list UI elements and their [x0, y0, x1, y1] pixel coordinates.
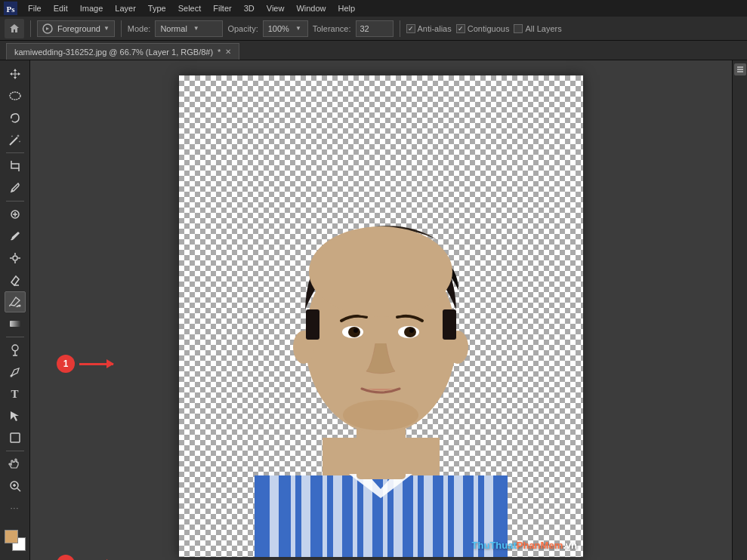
antialias-checkbox[interactable]	[406, 24, 415, 33]
tool-preset-arrow: ▼	[103, 25, 110, 32]
menubar: Ps File Edit Image Layer Type Select Fil…	[0, 0, 747, 17]
menu-edit[interactable]: Edit	[48, 2, 73, 14]
mode-dropdown[interactable]: Normal ▼	[155, 20, 223, 37]
eyedropper-tool[interactable]	[5, 177, 26, 198]
crop-tool[interactable]	[5, 155, 26, 177]
tool-preset-dropdown[interactable]: Foreground ▼	[37, 20, 115, 37]
brush-tool[interactable]	[5, 226, 26, 247]
marquee-tool[interactable]	[5, 85, 26, 106]
move-tool[interactable]	[5, 63, 26, 85]
annotation-arrow-1	[79, 363, 113, 365]
hand-tool[interactable]	[5, 454, 26, 475]
menu-image[interactable]: Image	[75, 2, 109, 14]
healing-tool[interactable]	[5, 204, 26, 225]
svg-point-52	[343, 400, 418, 430]
opacity-arrow: ▼	[295, 25, 301, 32]
menu-type[interactable]: Type	[143, 2, 171, 14]
magic-wand-tool[interactable]	[5, 129, 26, 150]
tool-separator3	[6, 337, 24, 337]
canvas-area[interactable]: ThuThuatPhanMem.vn 1 2	[30, 60, 732, 560]
color-swatches[interactable]	[5, 530, 26, 551]
type-tool[interactable]: T	[5, 383, 26, 405]
annotation-2: 2	[57, 555, 113, 560]
app-logo: Ps	[3, 1, 18, 16]
bottom-tools	[5, 527, 26, 557]
menu-help[interactable]: Help	[333, 2, 361, 14]
menu-window[interactable]: Window	[291, 2, 331, 14]
svg-rect-24	[270, 475, 279, 557]
contiguous-label: Contiguous	[468, 24, 510, 33]
mode-value: Normal	[160, 24, 187, 33]
svg-rect-27	[323, 475, 327, 557]
tool-separator4	[6, 451, 24, 451]
separator3	[400, 20, 400, 37]
shape-tool[interactable]	[5, 427, 26, 448]
menu-3d[interactable]: 3D	[239, 2, 260, 14]
svg-point-16	[10, 375, 12, 377]
svg-rect-37	[474, 475, 478, 557]
tab-modified: *	[218, 48, 221, 57]
pen-tool[interactable]	[5, 362, 26, 383]
svg-rect-26	[301, 475, 310, 557]
contiguous-group[interactable]: Contiguous	[456, 24, 510, 33]
gradient-tool[interactable]	[5, 313, 26, 334]
menu-view[interactable]: View	[261, 2, 290, 14]
tabs-bar: kamiwedding-316252.jpg @ 66.7% (Layer 1,…	[0, 41, 747, 60]
opacity-label: Opacity:	[227, 24, 258, 33]
svg-rect-25	[291, 475, 295, 557]
opacity-value: 100%	[268, 24, 289, 33]
lasso-tool[interactable]	[5, 107, 26, 128]
svg-text:Ps: Ps	[7, 5, 16, 14]
separator	[30, 20, 31, 37]
separator2	[121, 20, 122, 37]
tolerance-input[interactable]: 32	[356, 20, 394, 37]
svg-line-19	[17, 488, 20, 491]
tool-separator2	[6, 201, 24, 202]
svg-rect-54	[737, 69, 743, 70]
svg-point-51	[309, 226, 452, 317]
svg-rect-33	[413, 475, 418, 557]
path-select-tool[interactable]	[5, 405, 26, 426]
eraser-tool[interactable]	[5, 269, 26, 291]
svg-rect-32	[394, 475, 403, 557]
antialias-label: Anti-alias	[418, 24, 452, 33]
clone-stamp-tool[interactable]	[5, 248, 26, 269]
svg-rect-34	[424, 475, 433, 557]
more-tools-button[interactable]: ···	[5, 497, 26, 518]
annotation-1: 1	[57, 355, 113, 373]
svg-point-5	[11, 190, 13, 192]
menu-select[interactable]: Select	[173, 2, 207, 14]
alllayers-group[interactable]: All Layers	[514, 24, 561, 33]
svg-rect-38	[484, 475, 493, 557]
mode-label: Mode:	[128, 24, 151, 33]
antialias-group[interactable]: Anti-alias	[406, 24, 452, 33]
svg-rect-35	[443, 475, 448, 557]
zoom-tool[interactable]	[5, 475, 26, 497]
svg-point-45	[353, 328, 358, 333]
type-icon: T	[11, 388, 18, 401]
svg-point-3	[10, 92, 20, 100]
panel-toggle-1[interactable]	[734, 63, 746, 75]
alllayers-checkbox[interactable]	[514, 24, 523, 33]
dodge-tool[interactable]	[5, 340, 26, 361]
menu-file[interactable]: File	[23, 2, 47, 14]
menu-layer[interactable]: Layer	[110, 2, 141, 14]
tab-close-button[interactable]: ✕	[225, 48, 231, 56]
home-button[interactable]	[5, 19, 24, 38]
canvas-image	[179, 75, 583, 557]
svg-point-46	[409, 328, 414, 333]
opacity-dropdown[interactable]: 100% ▼	[263, 20, 308, 37]
svg-rect-36	[454, 475, 463, 557]
alllayers-label: All Layers	[525, 24, 561, 33]
svg-rect-49	[306, 309, 319, 340]
svg-rect-28	[333, 475, 342, 557]
document-tab[interactable]: kamiwedding-316252.jpg @ 66.7% (Layer 1,…	[6, 43, 239, 60]
options-toolbar: Foreground ▼ Mode: Normal ▼ Opacity: 100…	[0, 17, 747, 41]
paint-bucket-tool[interactable]	[5, 291, 26, 312]
contiguous-checkbox[interactable]	[456, 24, 465, 33]
tolerance-label: Tolerance:	[313, 24, 351, 33]
menu-filter[interactable]: Filter	[208, 2, 236, 14]
foreground-color-swatch[interactable]	[5, 530, 18, 543]
svg-rect-55	[737, 71, 743, 72]
left-toolbar: T	[0, 60, 30, 560]
